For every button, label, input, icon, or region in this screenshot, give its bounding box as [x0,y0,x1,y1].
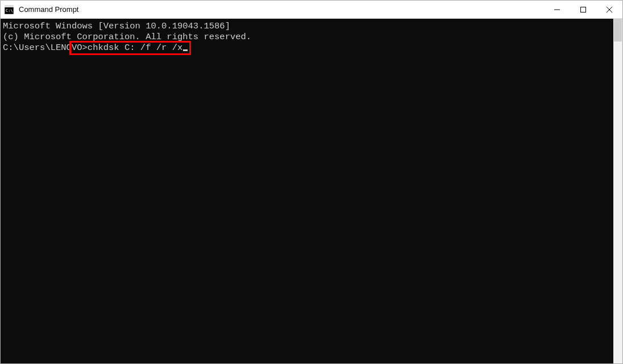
terminal-area: Microsoft Windows [Version 10.0.19043.15… [1,19,622,363]
cursor [183,49,188,51]
titlebar[interactable]: C:\ Command Prompt [1,1,622,19]
window-title: Command Prompt [19,5,78,14]
scrollbar-track[interactable] [613,19,622,363]
vertical-scrollbar[interactable] [613,19,622,363]
svg-rect-1 [5,5,14,7]
prompt-line: C:\Users\LENOVO>chkdsk C: /f /r /x [3,43,188,53]
svg-rect-4 [581,7,586,12]
copyright-line: (c) Microsoft Corporation. All rights re… [3,32,613,43]
maximize-button[interactable] [570,1,596,18]
minimize-button[interactable] [544,1,570,18]
minimize-icon [554,7,560,12]
command-prompt-window: C:\ Command Prompt [0,0,623,364]
app-icon: C:\ [4,5,14,15]
command-text: chkdsk C: /f /r /x [88,43,182,53]
close-icon [607,7,612,12]
version-line: Microsoft Windows [Version 10.0.19043.15… [3,21,613,32]
maximize-icon [580,7,586,12]
prompt-text: C:\Users\LENOVO> [3,43,88,53]
svg-text:C:\: C:\ [6,9,13,13]
scrollbar-thumb[interactable] [614,19,622,41]
window-controls [544,1,622,18]
close-button[interactable] [596,1,622,18]
terminal[interactable]: Microsoft Windows [Version 10.0.19043.15… [1,19,613,363]
